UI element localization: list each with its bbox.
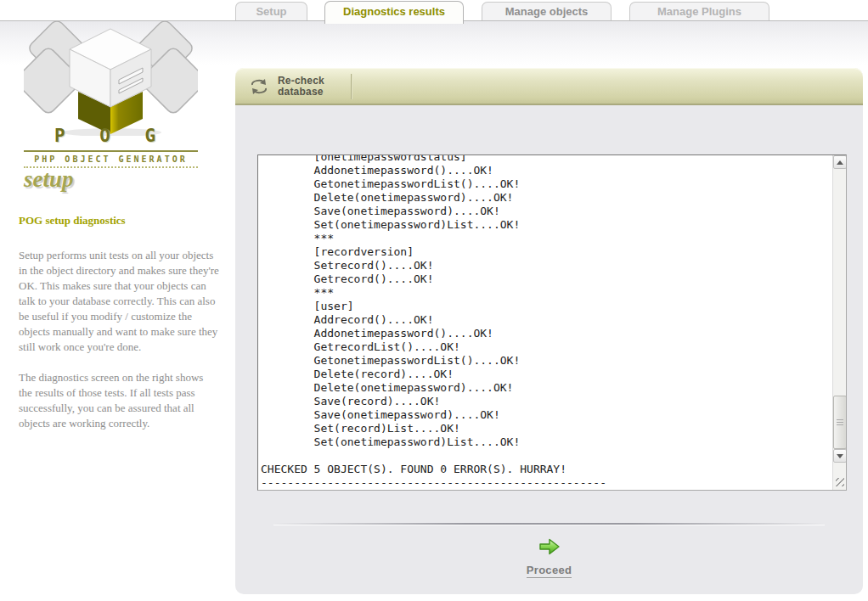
refresh-icon	[249, 77, 269, 96]
panel-toolbar: Re-check database	[235, 68, 863, 105]
scrollbar-down-button[interactable]	[833, 449, 847, 463]
sidebar-description: POG setup diagnostics Setup performs uni…	[19, 214, 219, 447]
sidebar-paragraph-2: The diagnostics screen on the right show…	[19, 370, 219, 431]
scrollbar-up-button[interactable]	[833, 155, 847, 169]
console-scrollbar[interactable]	[832, 155, 846, 490]
pog-logo: P O G PHP OBJECT GENERATOR setup	[24, 8, 198, 139]
tab-setup[interactable]: Setup	[235, 2, 307, 20]
tab-manage-objects[interactable]: Manage objects	[482, 2, 612, 20]
pog-logo-subtitle: PHP OBJECT GENERATOR	[24, 154, 198, 164]
resize-grip-icon	[836, 478, 844, 486]
textarea-resize-handle[interactable]	[833, 463, 847, 490]
sidebar-paragraph-1: Setup performs unit tests on all your ob…	[19, 248, 219, 355]
tab-diagnostics-results[interactable]: Diagnostics results	[324, 1, 464, 24]
tab-manage-plugins[interactable]: Manage Plugins	[629, 2, 769, 20]
toolbar-divider	[351, 74, 352, 99]
diagnostics-panel: Re-check database [onetimepasswordstatus…	[235, 68, 863, 594]
recheck-database-button[interactable]: Re-check database	[249, 72, 324, 101]
green-arrow-icon	[538, 536, 561, 557]
logo-rule	[24, 150, 198, 152]
pog-logo-title: P O G	[24, 126, 198, 146]
diagnostics-output-text: [onetimepasswordstatus] Addonetimepasswo…	[261, 154, 831, 490]
recheck-button-label: Re-check database	[278, 76, 324, 98]
down-arrow-icon	[837, 454, 843, 458]
diagnostics-output-textarea[interactable]: [onetimepasswordstatus] Addonetimepasswo…	[257, 154, 847, 491]
pog-box-logo-image	[24, 8, 198, 136]
up-arrow-icon	[837, 160, 843, 165]
sidebar-heading: POG setup diagnostics	[19, 214, 219, 227]
scrollbar-thumb[interactable]	[833, 396, 847, 449]
proceed-link[interactable]: Proceed	[235, 536, 863, 578]
setup-script-word: setup	[24, 166, 74, 193]
panel-divider-line	[273, 523, 825, 525]
scrollbar-grip-icon	[837, 419, 843, 426]
proceed-label: Proceed	[527, 564, 572, 578]
